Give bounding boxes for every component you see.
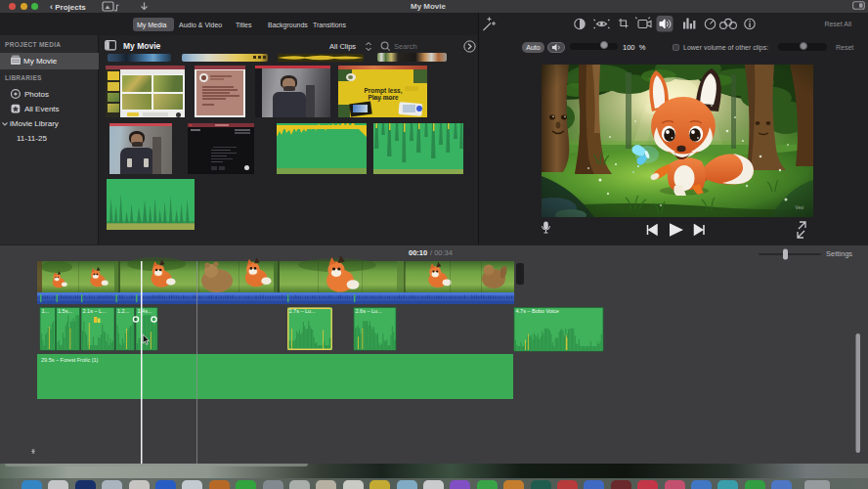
svg-text:1...: 1... — [42, 308, 50, 314]
svg-text:2.7s – Lu...: 2.7s – Lu... — [289, 308, 317, 314]
svg-text:1.2...: 1.2... — [117, 308, 130, 314]
svg-text:2.6s – Lu...: 2.6s – Lu... — [356, 308, 383, 314]
svg-text:00:10: 00:10 — [409, 248, 427, 257]
svg-text:29.5s – Forest Frolic (1): 29.5s – Forest Frolic (1) — [41, 357, 99, 363]
svg-text:1.4s...: 1.4s... — [138, 308, 152, 314]
svg-text:1.5s...: 1.5s... — [58, 308, 72, 314]
svg-text:Veo: Veo — [795, 204, 803, 210]
svg-text:Settings: Settings — [826, 249, 852, 258]
svg-text:Reset All: Reset All — [824, 21, 851, 27]
svg-text:2.1s – L...: 2.1s – L... — [83, 308, 108, 314]
svg-text:4.7s – Bobo Voice: 4.7s – Bobo Voice — [516, 308, 559, 314]
svg-text:/ 00:34: / 00:34 — [430, 248, 453, 257]
